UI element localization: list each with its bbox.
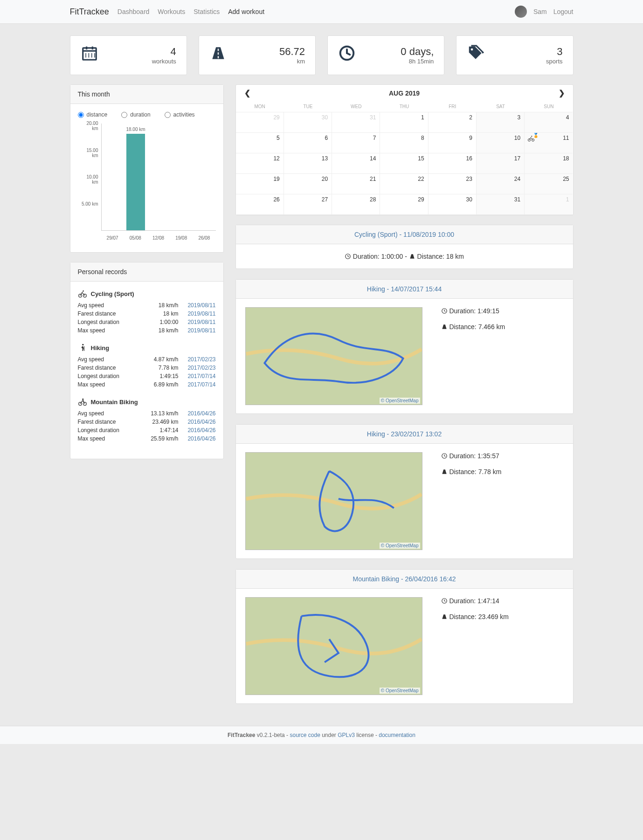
cal-cell[interactable]: 15 [380,153,428,174]
cal-cell[interactable]: 5 [236,133,284,153]
workout-duration: Duration: 1:47:14 [441,597,509,605]
cal-cell[interactable]: 21 [332,174,380,194]
radio-distance[interactable]: distance [78,111,108,118]
brand[interactable]: FitTrackee [70,7,109,17]
cal-cell[interactable]: 4 [525,112,573,133]
cal-cell[interactable]: 31 [477,194,525,215]
cal-cell[interactable]: 17 [477,153,525,174]
radio-input-duration[interactable] [121,112,127,118]
record-date[interactable]: 2016/04/26 [179,419,216,425]
record-date[interactable]: 2019/08/11 [179,310,216,317]
cal-cell[interactable]: 25 [525,174,573,194]
cal-cell[interactable]: 28 [332,194,380,215]
cal-cell[interactable]: 6 [284,133,332,153]
calendar-next[interactable]: ❯ [556,89,567,97]
x-tick: 05/08 [130,235,141,241]
stat-card-calendar: 4 workouts [70,35,187,75]
record-date[interactable]: 2019/08/11 [179,319,216,325]
chart-bar [126,134,145,230]
workout-title[interactable]: Mountain Biking - 26/04/2016 16:42 [236,570,573,589]
footer-source-link[interactable]: source code [290,732,320,738]
records-title: Personal records [70,262,223,282]
footer-docs-link[interactable]: documentation [379,732,415,738]
record-date[interactable]: 2016/04/26 [179,427,216,434]
record-label: Farest distance [78,310,137,317]
workout-map[interactable]: © OpenStreetMap [245,307,422,405]
calendar-prev[interactable]: ❮ [242,89,253,97]
map-attribution[interactable]: © OpenStreetMap [380,688,420,694]
nav-dashboard[interactable]: Dashboard [118,8,150,15]
nav-statistics[interactable]: Statistics [194,8,220,15]
radio-duration[interactable]: duration [121,111,150,118]
nav-workouts[interactable]: Workouts [158,8,185,15]
cal-cell[interactable]: 8 [380,133,428,153]
record-date[interactable]: 2017/07/14 [179,381,216,388]
radio-activities[interactable]: activities [165,111,195,118]
record-value: 1:00:00 [137,319,179,325]
cal-cell[interactable]: 13 [284,153,332,174]
avatar[interactable] [515,6,527,18]
svg-line-32 [444,311,445,311]
workout-map[interactable]: © OpenStreetMap [245,597,422,695]
svg-point-25 [532,136,532,137]
nav-logout[interactable]: Logout [553,8,574,15]
record-date[interactable]: 2016/04/26 [179,435,216,442]
workout-distance: Distance: 23.469 km [441,613,509,620]
cal-cell[interactable]: 1 [525,194,573,215]
record-date[interactable]: 2017/02/23 [179,356,216,363]
cal-cell[interactable]: 3 [477,112,525,133]
cal-cell[interactable]: 10 [477,133,525,153]
cal-cell[interactable]: 9 [429,133,477,153]
cal-day-header: SUN [525,101,573,112]
workout-title[interactable]: Cycling (Sport) - 11/08/2019 10:00 [236,225,573,244]
cal-cell[interactable]: 29 [380,194,428,215]
y-tick: 5.00 km [82,201,98,207]
record-date[interactable]: 2019/08/11 [179,302,216,309]
cal-cell[interactable]: 18 [525,153,573,174]
record-date[interactable]: 2017/07/14 [179,373,216,379]
workout-card: Hiking - 14/07/2017 15:44 © OpenStreetMa… [235,279,574,414]
nav-user[interactable]: Sam [533,8,547,15]
record-date[interactable]: 2019/08/11 [179,327,216,334]
workout-title[interactable]: Hiking - 23/02/2017 13:02 [236,425,573,444]
map-attribution[interactable]: © OpenStreetMap [380,543,420,549]
record-row: Avg speed 18 km/h 2019/08/11 [78,301,216,310]
footer-license-link[interactable]: GPLv3 [338,732,355,738]
cal-cell[interactable]: 🏅11 [525,133,573,153]
cal-cell[interactable]: 19 [236,174,284,194]
cal-cell[interactable]: 29 [236,112,284,133]
record-label: Avg speed [78,356,137,363]
cal-day-header: FRI [429,101,477,112]
cal-cell[interactable]: 23 [429,174,477,194]
record-label: Longest duration [78,427,137,434]
workout-map[interactable]: © OpenStreetMap [245,452,422,550]
record-value: 18 km/h [137,327,179,334]
workout-duration: Duration: 1:49:15 [441,307,505,315]
cal-cell[interactable]: 12 [236,153,284,174]
radio-input-distance[interactable] [78,112,84,118]
cal-cell[interactable]: 1 [380,112,428,133]
record-date[interactable]: 2016/04/26 [179,410,216,417]
cal-cell[interactable]: 22 [380,174,428,194]
cal-cell[interactable]: 20 [284,174,332,194]
x-tick: 12/08 [152,235,164,241]
cal-cell[interactable]: 14 [332,153,380,174]
cal-cell[interactable]: 30 [284,112,332,133]
workout-title[interactable]: Hiking - 14/07/2017 15:44 [236,280,573,299]
record-label: Farest distance [78,419,137,425]
nav-add-workout[interactable]: Add workout [228,8,264,15]
cal-cell[interactable]: 27 [284,194,332,215]
cal-cell[interactable]: 30 [429,194,477,215]
cal-cell[interactable]: 16 [429,153,477,174]
cal-cell[interactable]: 2 [429,112,477,133]
record-value: 18 km [137,310,179,317]
svg-point-17 [83,290,84,292]
radio-input-activities[interactable] [165,112,171,118]
cal-cell[interactable]: 24 [477,174,525,194]
record-label: Max speed [78,327,137,334]
record-date[interactable]: 2017/02/23 [179,365,216,371]
cal-cell[interactable]: 26 [236,194,284,215]
map-attribution[interactable]: © OpenStreetMap [380,398,420,404]
cal-cell[interactable]: 31 [332,112,380,133]
cal-cell[interactable]: 7 [332,133,380,153]
